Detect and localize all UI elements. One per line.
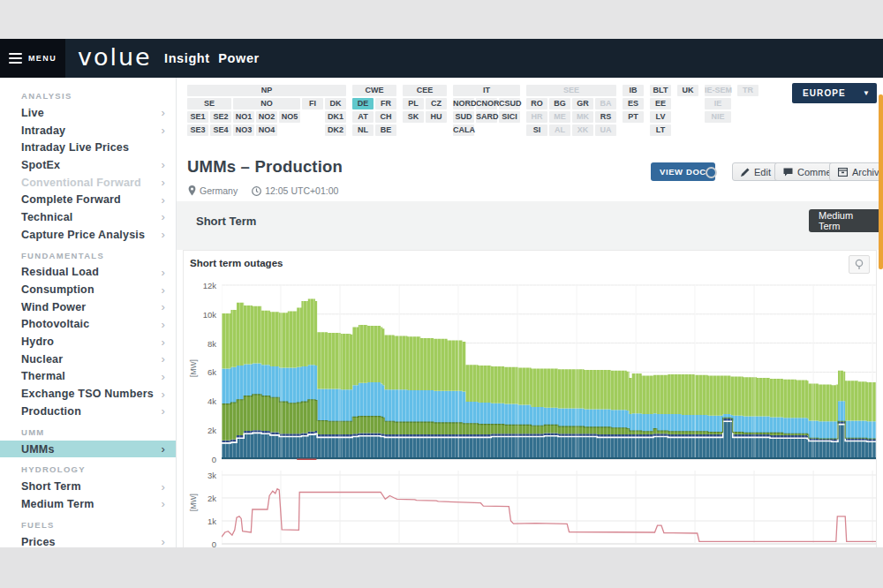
region-cell-rs[interactable]: RS [595,111,616,123]
sidebar-item-production[interactable]: Production› [0,403,176,420]
region-cell-no1[interactable]: NO1 [233,111,254,123]
region-cell-at[interactable]: AT [352,111,374,123]
volue-logo: volue [78,43,152,71]
chevron-right-icon: › [161,106,165,119]
region-cell-al: AL [549,124,570,136]
archive-button[interactable]: Archive [829,162,883,181]
region-cell-si[interactable]: SI [526,124,547,136]
sidebar-item-thermal[interactable]: Thermal› [0,368,176,386]
sidebar-item-label: Consumption [21,283,161,296]
region-cell-be[interactable]: BE [375,124,396,136]
sidebar-item-consumption[interactable]: Consumption› [0,281,176,298]
region-cell-cnor[interactable]: CNOR [476,98,497,109]
region-cell-cala[interactable]: CALA [453,124,474,136]
menu-button[interactable]: MENU [0,39,65,78]
sidebar-item-prices[interactable]: Prices› [0,533,176,547]
region-dropdown[interactable]: EUROPE ▼ [792,83,877,103]
region-cell-no3[interactable]: NO3 [233,124,254,136]
region-cell-ib[interactable]: IB [623,85,644,96]
sidebar-item-nuclear[interactable]: Nuclear› [0,351,176,368]
product-name: Insight Power [164,51,260,65]
region-cell-hr: HR [526,111,547,123]
y-tick-label: 12k [184,281,216,290]
chart-export-button[interactable] [849,255,870,274]
region-cell-it[interactable]: IT [453,85,520,96]
region-cell-hu[interactable]: HU [426,111,447,123]
chevron-right-icon: › [161,124,165,137]
section-title: Short Term [196,215,256,228]
sidebar-item-conventional-forward[interactable]: Conventional Forward› [0,174,176,192]
region-cell-cwe[interactable]: CWE [352,85,396,96]
y-tick-label: 10k [184,310,216,320]
region-cell-lv[interactable]: LV [650,111,671,123]
region-group-ib: IBESPT [623,85,644,123]
region-cell-gr[interactable]: GR [572,98,593,109]
medium-term-button[interactable]: Medium Term [809,209,883,232]
sidebar-item-spotex[interactable]: SpotEx› [0,156,176,174]
top-margin [0,0,883,39]
sidebar-item-intraday-live-prices[interactable]: Intraday Live Prices [0,139,176,156]
region-cell-ch[interactable]: CH [375,111,396,123]
sidebar-item-label: Hydro [21,335,161,348]
region-cell-sici[interactable]: SICI [499,111,520,123]
edit-button[interactable]: Edit [732,162,780,181]
region-cell-se2[interactable]: SE2 [210,111,231,123]
region-cell-de[interactable]: DE [352,98,374,109]
timestamp-label: 12:05 UTC+01:00 [265,185,338,196]
region-cell-no[interactable]: NO [233,98,300,109]
y-tick-label: 2k [184,494,216,503]
sidebar-item-technical[interactable]: Technical› [0,208,176,226]
region-cell-cz[interactable]: CZ [426,98,447,109]
region-cell-np[interactable]: NP [187,85,346,96]
sidebar-item-label: Photovoltaic [21,318,161,330]
title-bar: UMMs – Production Germany 12:05 UTC+01:0… [177,150,883,201]
region-cell-se[interactable]: SE [187,98,231,109]
region-cell-blt[interactable]: BLT [650,85,671,96]
region-cell-se3[interactable]: SE3 [187,124,208,136]
region-cell-see: SEE [526,85,616,96]
region-cell-ro[interactable]: RO [526,98,547,109]
region-cell-ee[interactable]: EE [650,98,671,109]
region-cell-pl[interactable]: PL [403,98,424,109]
sidebar-item-medium-term[interactable]: Medium Term› [0,495,176,513]
sidebar-item-hydro[interactable]: Hydro› [0,333,176,351]
region-cell-no4[interactable]: NO4 [256,124,277,136]
sidebar-item-capture-price-analysis[interactable]: Capture Price Analysis› [0,226,176,244]
sidebar-item-label: Capture Price Analysis [21,229,161,241]
region-cell-no5[interactable]: NO5 [279,111,300,123]
sidebar-item-residual-load[interactable]: Residual Load› [0,264,176,282]
sidebar-item-complete-forward[interactable]: Complete Forward› [0,191,176,208]
sidebar-item-umms[interactable]: UMMs› [0,441,176,458]
scrollbar-thumb[interactable] [879,94,883,269]
region-cell-uk[interactable]: UK [677,85,698,96]
sidebar-item-exchange-tso-numbers[interactable]: Exchange TSO Numbers› [0,385,176,403]
region-cell-cee[interactable]: CEE [403,85,447,96]
region-cell-es[interactable]: ES [623,98,644,109]
sidebar-item-intraday[interactable]: Intraday› [0,122,176,139]
region-cell-no2[interactable]: NO2 [256,111,277,123]
sidebar-item-photovoltaic[interactable]: Photovoltaic› [0,316,176,334]
sidebar-item-label: Conventional Forward [21,177,161,189]
region-cell-sud[interactable]: SUD [453,111,474,123]
region-cell-dk1[interactable]: DK1 [325,111,346,123]
region-cell-fr[interactable]: FR [375,98,396,109]
outages-line-chart [222,467,876,548]
region-cell-bg[interactable]: BG [549,98,570,109]
sidebar-item-wind-power[interactable]: Wind Power› [0,298,176,316]
region-cell-xk: XK [572,124,593,136]
region-cell-sk[interactable]: SK [403,111,424,123]
region-cell-lt[interactable]: LT [650,124,671,136]
region-cell-pt[interactable]: PT [623,111,644,123]
sidebar-item-short-term[interactable]: Short Term› [0,478,176,495]
region-cell-sard[interactable]: SARD [476,111,497,123]
region-cell-csud[interactable]: CSUD [499,98,520,109]
region-cell-se1[interactable]: SE1 [187,111,208,123]
region-cell-dk2[interactable]: DK2 [325,124,346,136]
sidebar-item-live[interactable]: Live› [0,104,176,122]
sidebar-item-label: Exchange TSO Numbers [21,388,161,400]
region-cell-fi[interactable]: FI [302,98,323,109]
region-cell-se4[interactable]: SE4 [210,124,231,136]
region-cell-nord[interactable]: NORD [453,98,474,109]
region-cell-nl[interactable]: NL [352,124,374,136]
region-cell-dk[interactable]: DK [325,98,346,109]
